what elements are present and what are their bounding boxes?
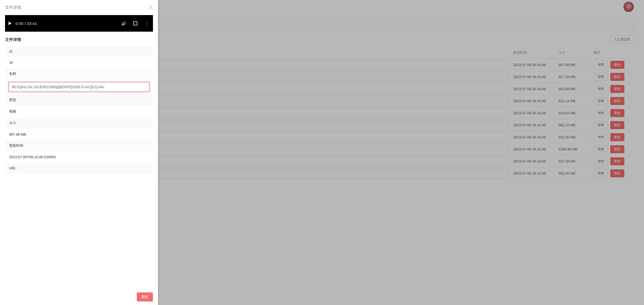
file-detail-drawer: 文件详情 0:00 / 23:41 文件详情 ID 18 名称 类型 视频 <box>0 0 158 305</box>
label-type: 类型 <box>5 94 153 106</box>
volume-icon[interactable] <box>121 21 126 26</box>
drawer-body[interactable]: 0:00 / 23:41 文件详情 ID 18 名称 类型 视频 大小 667.… <box>0 15 158 290</box>
label-name: 名称 <box>5 68 153 80</box>
value-updated: 2023-07-06T06:16:46.520854 <box>5 151 153 163</box>
label-url: URL <box>5 163 153 174</box>
more-icon[interactable] <box>144 20 149 26</box>
drawer-delete-button[interactable]: 删除 <box>137 292 153 301</box>
video-time: 0:00 / 23:41 <box>16 21 37 26</box>
label-size: 大小 <box>5 117 153 129</box>
video-player[interactable]: 0:00 / 23:41 <box>5 15 153 32</box>
name-input-highlight <box>8 82 150 92</box>
play-icon[interactable] <box>9 22 12 25</box>
name-input[interactable] <box>9 83 149 91</box>
value-type: 视频 <box>5 106 153 117</box>
value-id: 18 <box>5 57 153 68</box>
fullscreen-icon[interactable] <box>133 21 137 25</box>
value-size: 667.68 MB <box>5 129 153 140</box>
label-id: ID <box>5 46 153 57</box>
close-icon[interactable] <box>148 5 153 10</box>
section-title: 文件详情 <box>5 37 153 42</box>
label-updated: 更新时间: <box>5 140 153 151</box>
drawer-title: 文件详情 <box>5 5 21 10</box>
